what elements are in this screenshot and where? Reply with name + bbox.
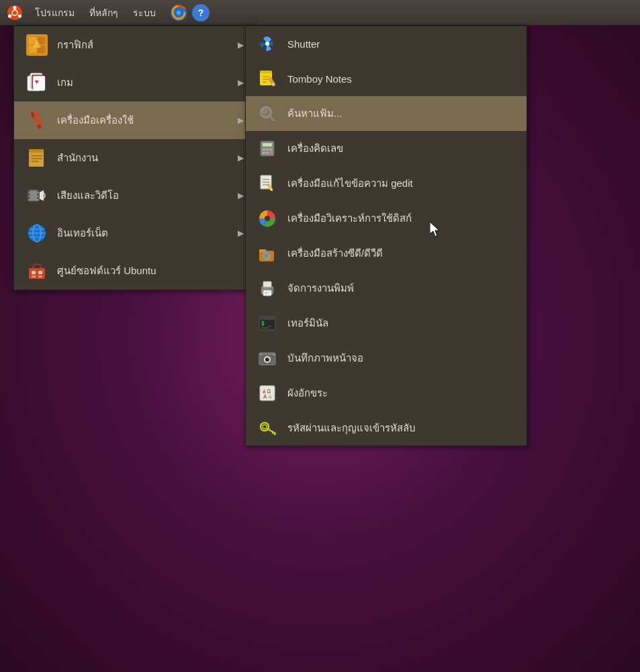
- svg-rect-37: [28, 194, 30, 196]
- svg-rect-39: [37, 190, 39, 192]
- svg-point-10: [177, 11, 181, 15]
- svg-rect-67: [266, 149, 269, 151]
- svg-rect-49: [38, 271, 42, 274]
- game-arrow: ▶: [238, 78, 244, 87]
- submenu-item-print[interactable]: จัดการงานพิมพ์: [246, 271, 527, 306]
- sound-arrow: ▶: [238, 191, 244, 200]
- cd-creator-label: เครื่องมือสร้างซีดี/ดีวีดี: [287, 245, 516, 261]
- menu-item-game[interactable]: ♠ ♥ เกม ▶: [14, 64, 255, 101]
- firefox-icon[interactable]: [169, 3, 188, 22]
- office-icon: [25, 146, 49, 170]
- svg-rect-41: [37, 197, 39, 199]
- search-files-icon: [257, 103, 278, 124]
- screenshot-label: บันทึกภาพหน้าจอ: [287, 350, 516, 366]
- menubar-system[interactable]: ระบบ: [126, 3, 163, 23]
- svg-line-6: [18, 15, 19, 15]
- search-label: ค้นหาแฟ้ม...: [287, 106, 516, 122]
- svg-point-2: [18, 14, 21, 17]
- tools-arrow: ▶: [238, 116, 244, 125]
- svg-text:$ _: $ _: [261, 321, 271, 327]
- software-icon: [25, 259, 49, 283]
- menu-item-software[interactable]: ศูนย์ซอฟต์แวร์ Ubuntu: [14, 252, 255, 290]
- svg-line-7: [11, 15, 11, 15]
- menubar-places[interactable]: ที่หลักๆ: [83, 3, 125, 23]
- disk-analyzer-icon: [257, 208, 278, 229]
- svg-point-99: [265, 358, 269, 362]
- submenu-item-disk-analyzer[interactable]: เครื่องมือวิเคราะห์การใช้ดิสก์: [246, 201, 527, 236]
- submenu-item-gedit[interactable]: เครื่องมือแก้ไขข้อความ gedit: [246, 166, 527, 201]
- svg-rect-87: [263, 282, 271, 287]
- svg-rect-66: [263, 149, 265, 151]
- menubar-programs[interactable]: โปรแกรม: [28, 3, 81, 23]
- sound-label: เสียงและวิดีโอ: [57, 187, 238, 204]
- svg-point-91: [270, 288, 273, 290]
- menu-item-tools[interactable]: เครื่องมือเครื่องใช้ ▶: [14, 101, 255, 139]
- submenu-item-cd-creator[interactable]: เครื่องมือสร้างซีดี/ดีวีดี: [246, 236, 527, 271]
- svg-text:Ä: Ä: [263, 394, 267, 400]
- svg-point-85: [265, 255, 268, 257]
- submenu-item-passwords[interactable]: รหัสผ่านและกุญแจเข้ารหัสลับ: [246, 411, 527, 446]
- game-icon: ♠ ♥: [25, 71, 49, 95]
- internet-icon: [25, 221, 49, 245]
- svg-rect-69: [263, 152, 265, 154]
- passwords-label: รหัสผ่านและกุญแจเข้ารหัสลับ: [287, 420, 516, 436]
- submenu-item-calc[interactable]: เครื่องคิดเลข: [246, 131, 527, 166]
- submenu-item-tomboy[interactable]: Tomboy Notes: [246, 61, 527, 96]
- svg-point-1: [13, 6, 17, 9]
- internet-arrow: ▶: [238, 228, 244, 238]
- svg-point-52: [265, 42, 269, 46]
- gedit-label: เครื่องมือแก้ไขข้อความ gedit: [287, 175, 516, 192]
- submenu-item-charmap[interactable]: á Ω Ä ü ผังอักขระ: [246, 376, 527, 411]
- graphics-label: กราฟิกส์: [57, 37, 238, 53]
- tomboy-icon: [257, 68, 278, 89]
- svg-rect-38: [28, 197, 30, 199]
- svg-point-80: [265, 216, 270, 221]
- ubuntu-logo-icon[interactable]: [5, 3, 24, 22]
- submenu: Shutter Tomboy Notes: [245, 26, 527, 446]
- charmap-icon: á Ω Ä ü: [257, 382, 278, 404]
- disk-analyzer-label: เครื่องมือวิเคราะห์การใช้ดิสก์: [287, 210, 516, 226]
- screenshot-icon: [257, 347, 278, 369]
- menu-item-sound[interactable]: เสียงและวิดีโอ ▶: [14, 177, 255, 214]
- office-label: สำนักงาน: [57, 150, 238, 166]
- svg-point-3: [8, 14, 11, 17]
- submenu-item-shutter[interactable]: Shutter: [246, 26, 527, 61]
- gedit-icon: [257, 173, 278, 194]
- tools-icon: [25, 108, 49, 132]
- svg-point-107: [263, 425, 267, 429]
- graphics-arrow: ▶: [238, 40, 244, 50]
- menu-item-graphics[interactable]: กราฟิกส์ ▶: [14, 26, 255, 64]
- submenu-item-search[interactable]: ค้นหาแฟ้ม...: [246, 96, 527, 131]
- shutter-label: Shutter: [287, 38, 516, 50]
- terminal-label: เทอร์มินัล: [287, 315, 516, 331]
- submenu-item-terminal[interactable]: $ _ เทอร์มินัล: [246, 306, 527, 341]
- menu-item-internet[interactable]: อินเทอร์เน็ต ▶: [14, 214, 255, 252]
- calculator-label: เครื่องคิดเลข: [287, 140, 516, 157]
- shutter-icon: [257, 33, 278, 54]
- help-icon[interactable]: ?: [192, 4, 210, 22]
- svg-rect-40: [37, 194, 39, 196]
- svg-rect-65: [263, 143, 272, 146]
- game-label: เกม: [57, 75, 238, 91]
- svg-rect-71: [269, 152, 272, 154]
- svg-text:♥: ♥: [35, 78, 39, 85]
- terminal-icon: $ _: [257, 312, 278, 334]
- office-arrow: ▶: [238, 153, 244, 163]
- svg-rect-27: [29, 149, 44, 153]
- svg-rect-88: [263, 290, 271, 296]
- svg-rect-93: [259, 317, 275, 320]
- software-label: ศูนย์ซอฟต์แวร์ Ubuntu: [57, 263, 244, 279]
- submenu-item-screenshot[interactable]: บันทึกภาพหน้าจอ: [246, 341, 527, 376]
- svg-rect-51: [38, 276, 42, 278]
- cd-creator-icon: [257, 243, 278, 264]
- calculator-icon: [257, 138, 278, 159]
- charmap-label: ผังอักขระ: [287, 385, 516, 401]
- svg-rect-50: [32, 276, 36, 278]
- svg-rect-47: [29, 268, 45, 279]
- print-label: จัดการงานพิมพ์: [287, 280, 516, 296]
- sound-icon: [25, 183, 49, 208]
- svg-rect-36: [28, 190, 30, 192]
- svg-text:ü: ü: [269, 394, 271, 400]
- menu-item-office[interactable]: สำนักงาน ▶: [14, 139, 255, 177]
- svg-rect-70: [266, 152, 269, 154]
